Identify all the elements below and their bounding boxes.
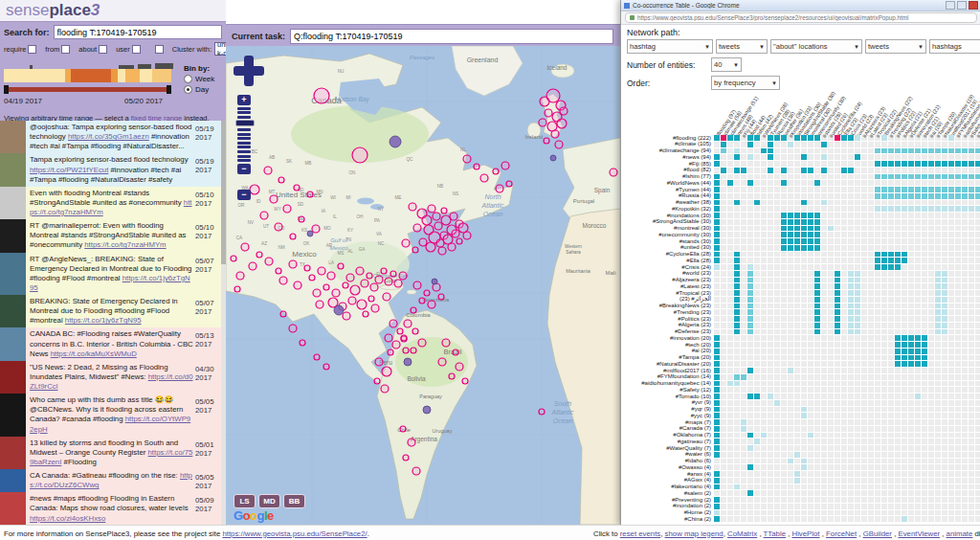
tweet-location-marker[interactable] xyxy=(318,267,325,275)
matrix-cell[interactable] xyxy=(808,213,813,218)
matrix-cell[interactable] xyxy=(794,238,800,244)
tweet-location-marker[interactable] xyxy=(438,247,446,255)
matrix-cell[interactable] xyxy=(714,335,720,341)
tweet-cluster-dot[interactable] xyxy=(432,279,437,284)
matrix-cell[interactable] xyxy=(768,148,773,154)
tweet-location-marker[interactable] xyxy=(312,225,320,233)
matrix-cell[interactable] xyxy=(808,433,813,439)
tweet-location-marker[interactable] xyxy=(397,328,403,334)
matrix-cell[interactable] xyxy=(814,180,820,186)
matrix-row-label[interactable]: #stands (30) xyxy=(621,238,711,245)
matrix-cell[interactable] xyxy=(902,187,907,192)
matrix-cell[interactable] xyxy=(902,516,907,522)
matrix-cell[interactable] xyxy=(848,168,854,173)
matrix-cell[interactable] xyxy=(714,381,720,387)
matrix-row-label[interactable]: #arwx (4) xyxy=(621,471,711,478)
tweet-location-marker[interactable] xyxy=(399,272,407,280)
matrix-cell[interactable] xyxy=(895,349,901,354)
matrix-cell[interactable] xyxy=(955,161,961,167)
tweet-location-marker[interactable] xyxy=(323,364,329,370)
matrix-cell[interactable] xyxy=(855,323,860,328)
map-button-md[interactable]: MD xyxy=(258,494,280,508)
matrix-cell[interactable] xyxy=(841,168,847,173)
tweet-row[interactable]: Even with flooding Montreal #stands #Str… xyxy=(0,187,226,219)
matrix-cell[interactable] xyxy=(801,135,807,141)
tweet-location-marker[interactable] xyxy=(610,169,617,176)
matrix-cell[interactable] xyxy=(794,219,800,225)
matrix-col-header[interactable]: #WorldNews (38) xyxy=(761,101,789,139)
matrix-cell[interactable] xyxy=(734,323,740,328)
tweet-location-marker[interactable] xyxy=(388,349,393,355)
matrix-cell[interactable] xyxy=(895,193,901,199)
matrix-cell[interactable] xyxy=(734,200,740,206)
tweet-location-marker[interactable] xyxy=(314,354,320,360)
matrix-cell[interactable] xyxy=(747,316,753,322)
filter-checkbox-user[interactable] xyxy=(132,45,141,54)
matrix-col-header[interactable]: #Algeria (21) xyxy=(902,110,924,139)
tweet-location-marker[interactable] xyxy=(424,290,430,296)
matrix-cell[interactable] xyxy=(881,174,887,180)
matrix-cell[interactable] xyxy=(848,297,854,303)
tweet-location-marker[interactable] xyxy=(422,215,432,225)
matrix-cell[interactable] xyxy=(808,135,813,141)
matrix-col-header[interactable]: #Tyumen (38) xyxy=(768,108,791,139)
tweet-location-marker[interactable] xyxy=(385,334,392,342)
matrix-cell[interactable] xyxy=(875,264,880,270)
matrix-cell[interactable] xyxy=(881,135,887,141)
matrix-cell[interactable] xyxy=(948,135,954,141)
matrix-cell[interactable] xyxy=(781,180,787,186)
matrix-cell[interactable] xyxy=(895,355,901,361)
tweet-link[interactable]: https://t.co/1jy6zTgN95 xyxy=(65,316,142,325)
matrix-cell[interactable] xyxy=(734,264,740,270)
matrix-cell[interactable] xyxy=(928,148,934,154)
matrix-cell[interactable] xyxy=(801,413,807,418)
matrix-cell[interactable] xyxy=(895,252,901,258)
matrix-cell[interactable] xyxy=(714,368,720,373)
matrix-cell[interactable] xyxy=(747,297,753,303)
matrix-col-header[interactable]: #Tropical (22) xyxy=(875,108,898,139)
matrix-cell[interactable] xyxy=(714,238,720,244)
matrix-col-header[interactable]: #climatechange (51) xyxy=(727,96,759,139)
matrix-cell[interactable] xyxy=(747,368,753,373)
matrix-cell[interactable] xyxy=(741,374,746,380)
matrix-row-label[interactable]: #montreal (30) xyxy=(621,225,711,232)
matrix-row-label[interactable]: #yyc (9) xyxy=(621,413,711,419)
tweet-list[interactable]: @oojoshua: Tampa exploring sensor-based … xyxy=(0,121,226,525)
tweet-location-marker[interactable] xyxy=(323,284,329,290)
matrix-col-header[interactable]: #news (48) xyxy=(734,114,753,139)
matrix-cell[interactable] xyxy=(747,445,753,451)
matrix-cell[interactable] xyxy=(768,135,773,141)
matrix-cell[interactable] xyxy=(922,174,927,180)
matrix-cell[interactable] xyxy=(915,394,921,399)
matrix-col-header[interactable]: #StrongAndStable (30) xyxy=(801,90,836,139)
matrix-col-header[interactable]: #Ishim (42) xyxy=(754,113,774,139)
matrix-cell[interactable] xyxy=(714,516,720,522)
matrix-col-header[interactable]: #innovation (21) xyxy=(915,103,941,139)
matrix-row-label[interactable]: #BreakingNews (23) xyxy=(621,303,711,309)
matrix-cell[interactable] xyxy=(761,433,767,439)
matrix-cell[interactable] xyxy=(915,148,921,154)
tweet-location-marker[interactable] xyxy=(506,181,512,187)
tweet-location-marker[interactable] xyxy=(290,234,296,239)
matrix-cell[interactable] xyxy=(714,174,720,180)
tweet-location-marker[interactable] xyxy=(456,363,463,371)
matrix-cell[interactable] xyxy=(915,361,921,367)
tweet-location-marker[interactable] xyxy=(348,297,356,304)
matrix-cell[interactable] xyxy=(814,226,820,232)
matrix-cell[interactable] xyxy=(835,290,840,296)
matrix-col-header[interactable]: #Defense (21) xyxy=(908,107,932,139)
matrix-cell[interactable] xyxy=(935,278,941,283)
matrix-row-label[interactable]: #mtlflood2017 (16) xyxy=(621,368,711,374)
matrix-cell[interactable] xyxy=(794,245,800,251)
matrix-cell[interactable] xyxy=(881,258,887,263)
tweet-location-marker[interactable] xyxy=(557,119,567,128)
matrix-cell[interactable] xyxy=(801,459,807,464)
tweet-location-marker[interactable] xyxy=(265,258,273,265)
tweet-location-marker[interactable] xyxy=(346,274,354,281)
matrix-row-label[interactable]: #CycloneElla (28) xyxy=(621,251,711,258)
matrix-cell[interactable] xyxy=(714,213,720,218)
matrix-cell[interactable] xyxy=(714,361,720,367)
matrix-cell[interactable] xyxy=(902,335,907,341)
matrix-cell[interactable] xyxy=(734,381,740,387)
tweet-location-marker[interactable] xyxy=(280,311,286,317)
